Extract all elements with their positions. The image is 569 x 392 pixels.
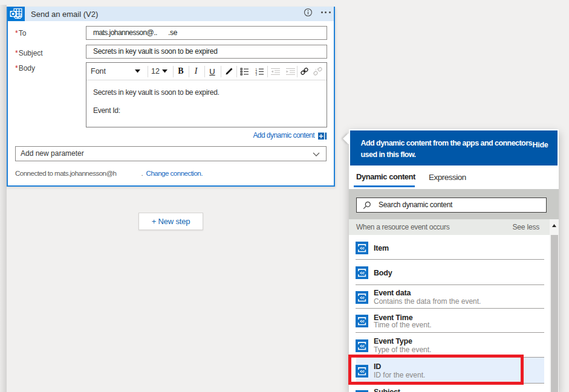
svg-text:3: 3 xyxy=(255,73,257,76)
